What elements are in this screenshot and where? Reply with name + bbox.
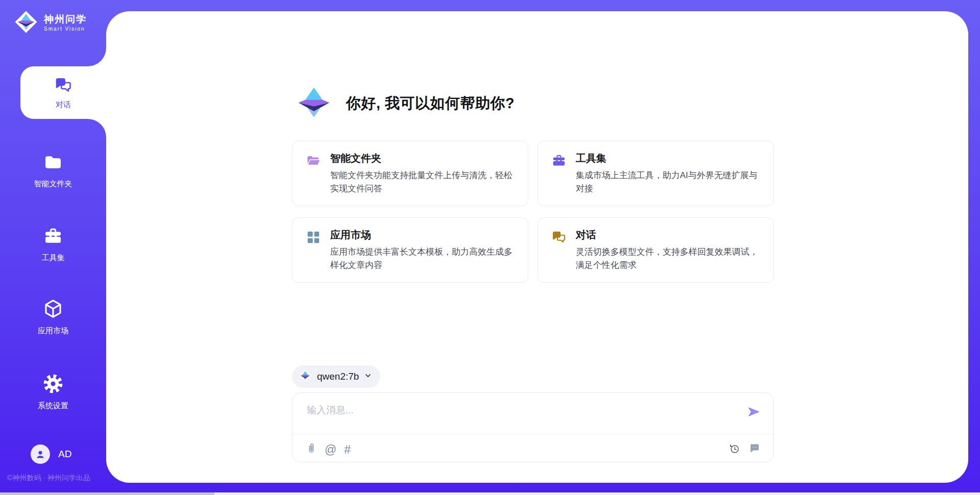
greeting-block: 你好, 我可以如何帮助你?: [292, 81, 514, 127]
grid-icon: [306, 230, 321, 245]
folder-open-icon: [306, 153, 321, 168]
person-icon: [34, 448, 46, 460]
card-description: 集成市场上主流工具，助力AI与外界无缝扩展与对接: [576, 169, 766, 195]
message-composer: @ #: [292, 392, 774, 462]
composer-divider: [292, 434, 773, 434]
sidebar-item-chat[interactable]: 对话: [20, 66, 106, 119]
card-description: 智能文件夹功能支持批量文件上传与清洗，轻松实现文件问答: [330, 169, 520, 195]
card-title: 应用市场: [330, 228, 371, 242]
model-selector[interactable]: qwen2:7b: [292, 365, 380, 388]
folder-icon: [43, 152, 63, 175]
active-tab-fillet-bottom: [88, 119, 106, 137]
brand: .gem-outer{fill:#ffffff} 神州问学 Smart Visi…: [14, 10, 87, 36]
card-chat[interactable]: 对话 灵活切换多模型文件，支持多样回复效果调试，满足个性化需求: [537, 217, 774, 283]
mention-icon[interactable]: @: [325, 443, 336, 456]
sidebar-item-toolset[interactable]: 工具集: [0, 226, 106, 263]
sidebar-item-settings[interactable]: 系统设置: [0, 373, 106, 411]
brand-logo-gem-icon: .gem-outer{fill:#ffffff}: [14, 10, 38, 36]
composer-tools-left: @ #: [306, 442, 351, 457]
toolbox-icon: [43, 226, 63, 249]
sidebar-item-smart-folder[interactable]: 智能文件夹: [0, 152, 106, 189]
card-description: 应用市场提供丰富长文本模板，助力高效生成多样化文章内容: [330, 245, 520, 271]
scrollbar-thumb[interactable]: [0, 492, 214, 495]
horizontal-scrollbar[interactable]: [0, 492, 980, 495]
card-app-market[interactable]: 应用市场 应用市场提供丰富长文本模板，助力高效生成多样化文章内容: [292, 217, 528, 283]
topic-icon[interactable]: #: [344, 443, 351, 456]
active-tab-fillet-top: [88, 48, 106, 66]
model-gem-icon: [299, 369, 312, 384]
card-title: 工具集: [576, 152, 606, 165]
user-menu[interactable]: AD: [31, 444, 71, 464]
user-name: AD: [58, 449, 71, 460]
brand-title: 神州问学: [44, 14, 87, 25]
sidebar-item-label: 智能文件夹: [34, 179, 72, 189]
card-title: 智能文件夹: [330, 152, 381, 165]
message-input[interactable]: [306, 404, 737, 416]
toolbox-icon: [551, 153, 567, 168]
cube-icon: [42, 298, 64, 321]
paperclip-icon[interactable]: [306, 442, 317, 457]
chat-bubbles-icon: [551, 230, 567, 245]
greeting-title: 你好, 我可以如何帮助你?: [346, 93, 514, 114]
model-name: qwen2:7b: [317, 371, 359, 382]
logo-gem-icon: [292, 81, 336, 127]
card-description: 灵活切换多模型文件，支持多样回复效果调试，满足个性化需求: [576, 245, 766, 271]
card-smart-folder[interactable]: 智能文件夹 智能文件夹功能支持批量文件上传与清洗，轻松实现文件问答: [292, 141, 528, 206]
sidebar-item-label: 对话: [56, 100, 71, 110]
sidebar-item-label: 系统设置: [38, 401, 68, 411]
sidebar-item-label: 工具集: [42, 253, 65, 263]
copyright-text: ©神州数码 · 神州问学出品: [7, 474, 90, 483]
card-toolset[interactable]: 工具集 集成市场上主流工具，助力AI与外界无缝扩展与对接: [537, 141, 774, 206]
gear-icon: [42, 373, 64, 397]
send-icon[interactable]: [747, 405, 760, 418]
chevron-down-icon: [364, 372, 372, 382]
chat-bubbles-icon: [54, 76, 72, 96]
comment-icon[interactable]: [749, 442, 761, 457]
brand-subtitle: Smart Vision: [44, 26, 87, 32]
main-panel: 你好, 我可以如何帮助你? 智能文件夹 智能文件夹功能支持批量文件上传与清洗，轻…: [106, 11, 968, 483]
card-title: 对话: [576, 228, 596, 242]
sidebar-item-label: 应用市场: [38, 326, 68, 336]
history-icon[interactable]: [728, 442, 741, 457]
sidebar-item-app-market[interactable]: 应用市场: [0, 298, 106, 336]
avatar: [31, 444, 50, 464]
feature-cards: 智能文件夹 智能文件夹功能支持批量文件上传与清洗，轻松实现文件问答 工具集 集成…: [292, 141, 774, 283]
composer-tools-right: [728, 442, 761, 457]
